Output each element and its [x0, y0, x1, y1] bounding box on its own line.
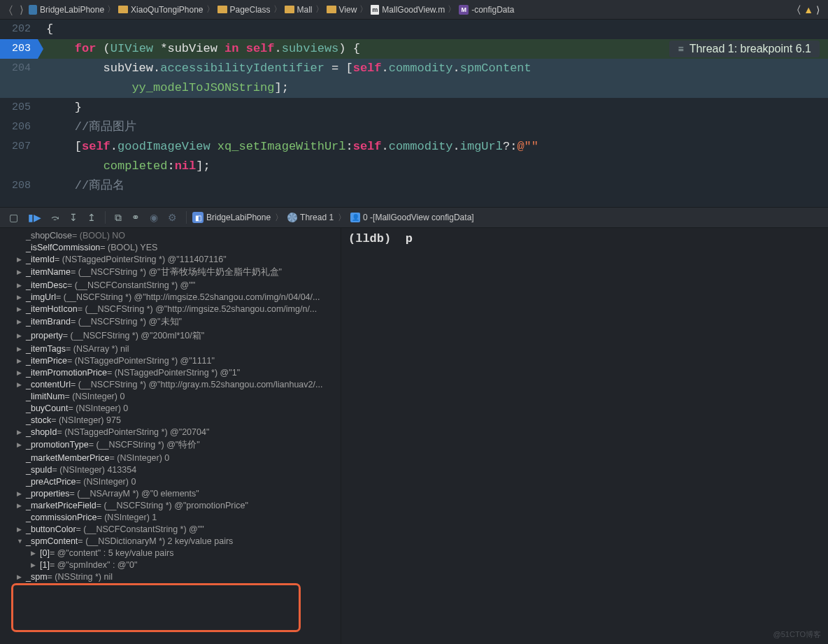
- nav-forward-icon[interactable]: ⟩: [16, 3, 27, 16]
- code-line[interactable]: 204 subView.accessibilityIdentifier = [s…: [0, 59, 828, 78]
- variable-row[interactable]: ▶_limitNum = (NSInteger) 0: [3, 390, 338, 402]
- variable-row[interactable]: ▶_promotionType = (__NSCFString *) @"特价": [3, 438, 338, 452]
- settings-icon[interactable]: ⚙: [164, 212, 180, 223]
- variable-row[interactable]: ▶_property = (__NSCFString *) @"200ml*10…: [3, 329, 338, 343]
- step-over-icon[interactable]: ⤼: [48, 212, 63, 223]
- disclosure-icon[interactable]: ▶: [31, 550, 38, 557]
- variable-row[interactable]: ▶_shopId = (NSTaggedPointerString *) @"2…: [3, 426, 338, 438]
- nav-back-icon[interactable]: 〈: [6, 3, 16, 16]
- code-editor[interactable]: ≡ Thread 1: breakpoint 6.1 202{203 for (…: [0, 20, 828, 207]
- code-content[interactable]: yy_modelToJSONString];: [38, 78, 828, 98]
- variable-row[interactable]: ▶_buttonColor = (__NSCFConstantString *)…: [3, 523, 338, 535]
- view-debug-icon[interactable]: ⧉: [111, 212, 125, 224]
- variable-row[interactable]: ▶_imgUrl = (__NSCFString *) @"http://img…: [3, 291, 338, 303]
- disclosure-icon[interactable]: ▶: [17, 429, 24, 436]
- line-number[interactable]: 206: [0, 117, 38, 137]
- debug-frame-crumb[interactable]: 👤 0 -[MallGoodView configData]: [350, 213, 474, 222]
- line-number[interactable]: 204: [0, 59, 38, 78]
- disclosure-icon[interactable]: ▶: [17, 269, 24, 276]
- code-line[interactable]: yy_modelToJSONString];: [0, 78, 828, 98]
- code-content[interactable]: [self.goodImageView xq_setImageWithUrl:s…: [38, 137, 828, 157]
- line-number[interactable]: 202: [0, 20, 38, 39]
- continue-icon[interactable]: ▮▶: [24, 212, 45, 223]
- variable-row[interactable]: ▶_properties = (__NSArrayM *) @"0 elemen…: [3, 487, 338, 499]
- variable-row[interactable]: ▶_commissionPrice = (NSInteger) 1: [3, 511, 338, 523]
- breadcrumb-item[interactable]: BridgeLabiPhone: [27, 5, 106, 15]
- variable-row[interactable]: ▶_isSelfCommission = (BOOL) YES: [3, 241, 338, 253]
- variable-row[interactable]: ▶_contentUrl = (__NSCFString *) @"http:/…: [3, 378, 338, 390]
- variable-row[interactable]: ▶_itemBrand = (__NSCFString *) @"未知": [3, 315, 338, 329]
- code-line[interactable]: 208 //商品名: [0, 176, 828, 196]
- step-into-icon[interactable]: ↧: [66, 212, 81, 223]
- disclosure-icon[interactable]: ▶: [17, 256, 24, 263]
- line-number[interactable]: 205: [0, 98, 38, 117]
- code-content[interactable]: //商品名: [38, 176, 828, 196]
- breadcrumb-item[interactable]: mMallGoodView.m: [369, 5, 446, 15]
- lldb-input[interactable]: p: [406, 232, 413, 245]
- breadcrumb-item[interactable]: PageClass: [216, 5, 272, 15]
- code-line[interactable]: 205 }: [0, 98, 828, 117]
- code-content[interactable]: //商品图片: [38, 117, 828, 137]
- code-line[interactable]: 207 [self.goodImageView xq_setImageWithU…: [0, 137, 828, 157]
- disclosure-icon[interactable]: ▶: [17, 306, 24, 313]
- variable-row[interactable]: ▶_itemPromotionPrice = (NSTaggedPointerS…: [3, 366, 338, 378]
- code-content[interactable]: {: [38, 20, 828, 39]
- variable-row[interactable]: ▶_itemHotIcon = (__NSCFString *) @"http:…: [3, 303, 338, 315]
- debug-thread-crumb[interactable]: Thread 1: [287, 213, 334, 222]
- variable-row[interactable]: ▶_stock = (NSInteger) 975: [3, 414, 338, 426]
- disclosure-icon[interactable]: ▶: [17, 526, 24, 533]
- disclosure-icon[interactable]: ▶: [17, 332, 24, 339]
- code-content[interactable]: completed:nil];: [38, 157, 828, 176]
- disclosure-icon[interactable]: ▶: [17, 357, 24, 364]
- variable-row[interactable]: ▶_itemTags = (NSArray *) nil: [3, 343, 338, 355]
- variable-row[interactable]: ▶_itemPrice = (NSTaggedPointerString *) …: [3, 355, 338, 366]
- variable-row[interactable]: ▶_itemDesc = (__NSCFConstantString *) @"…: [3, 279, 338, 291]
- nav-right-icon[interactable]: ⟩: [813, 4, 822, 15]
- variables-panel[interactable]: ▶_shopClose = (BOOL) NO▶_isSelfCommissio…: [0, 228, 341, 644]
- code-line[interactable]: 206 //商品图片: [0, 117, 828, 137]
- breakpoint-badge[interactable]: ≡ Thread 1: breakpoint 6.1: [669, 41, 820, 57]
- disclosure-icon[interactable]: ▶: [17, 441, 24, 448]
- code-content[interactable]: }: [38, 98, 828, 117]
- variable-row[interactable]: ▼_spmContent = (__NSDictionaryM *) 2 key…: [3, 535, 338, 547]
- disclosure-icon[interactable]: ▶: [17, 369, 24, 376]
- disclosure-icon[interactable]: ▶: [17, 318, 24, 325]
- variable-row[interactable]: ▶_marketMemberPrice = (NSInteger) 0: [3, 452, 338, 464]
- disclosure-icon[interactable]: ▶: [17, 490, 24, 497]
- disclosure-icon[interactable]: ▶: [31, 561, 38, 568]
- code-line[interactable]: 202{: [0, 20, 828, 39]
- toggle-debug-icon[interactable]: ▢: [6, 212, 22, 223]
- debug-process-crumb[interactable]: ◧ BridgeLabiPhone: [192, 212, 271, 223]
- camera-icon[interactable]: ◉: [146, 212, 162, 223]
- breadcrumb-item[interactable]: Mall: [283, 5, 314, 15]
- variable-row[interactable]: ▶_itemId = (NSTaggedPointerString *) @"1…: [3, 253, 338, 265]
- variable-row[interactable]: ▶_spuId = (NSInteger) 413354: [3, 464, 338, 475]
- disclosure-icon[interactable]: ▶: [17, 573, 24, 580]
- disclosure-icon[interactable]: ▼: [17, 538, 24, 545]
- warning-icon[interactable]: ▲: [804, 4, 813, 15]
- variable-row[interactable]: ▶_itemName = (__NSCFString *) @"甘蒂牧场纯牛奶全…: [3, 265, 338, 279]
- line-number[interactable]: 208: [0, 176, 38, 196]
- variable-row[interactable]: ▶_preActPrice = (NSInteger) 0: [3, 475, 338, 487]
- variable-row[interactable]: ▶_shopClose = (BOOL) NO: [3, 229, 338, 241]
- disclosure-icon[interactable]: ▶: [17, 381, 24, 388]
- nav-left-icon[interactable]: 〈: [794, 3, 804, 15]
- variable-row[interactable]: ▶_spm = (NSString *) nil: [3, 571, 338, 582]
- variable-row[interactable]: ▶_buyCount = (NSInteger) 0: [3, 402, 338, 414]
- line-number[interactable]: 203: [0, 39, 38, 59]
- breadcrumb-item[interactable]: M-configData: [457, 5, 515, 15]
- disclosure-icon[interactable]: ▶: [17, 345, 24, 352]
- breadcrumb-item[interactable]: View: [325, 5, 359, 15]
- variable-row[interactable]: ▶[0] = @"content" : 5 key/value pairs: [3, 547, 338, 559]
- code-content[interactable]: subView.accessibilityIdentifier = [self.…: [38, 59, 828, 78]
- variable-row[interactable]: ▶_marketPriceField = (__NSCFString *) @"…: [3, 499, 338, 511]
- line-number[interactable]: 207: [0, 137, 38, 157]
- memory-graph-icon[interactable]: ⚭: [128, 212, 143, 223]
- code-line[interactable]: completed:nil];: [0, 157, 828, 176]
- disclosure-icon[interactable]: ▶: [17, 282, 24, 289]
- disclosure-icon[interactable]: ▶: [17, 294, 24, 301]
- disclosure-icon[interactable]: ▶: [17, 502, 24, 509]
- breadcrumb-item[interactable]: XiaoQuTongiPhone: [117, 5, 204, 15]
- variable-row[interactable]: ▶[1] = @"spmIndex" : @"0": [3, 559, 338, 571]
- step-out-icon[interactable]: ↥: [84, 212, 99, 223]
